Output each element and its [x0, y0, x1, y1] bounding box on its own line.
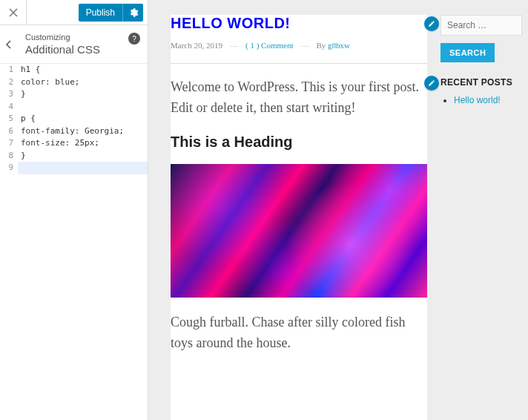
meta-separator: —: [230, 41, 238, 50]
post-paragraph: Cough furball. Chase after silly colored…: [171, 312, 427, 354]
section-header: Customizing Additional CSS ?: [0, 25, 148, 64]
editor-line: 3}: [0, 88, 148, 101]
help-button[interactable]: ?: [128, 33, 140, 45]
back-button[interactable]: [0, 33, 19, 56]
post-image: [171, 164, 427, 298]
editor-line: 1h1 {: [0, 64, 148, 76]
section-supertitle: Customizing: [25, 33, 137, 42]
preview-sidebar: SEARCH RECENT POSTS Hello world!: [440, 15, 522, 420]
list-item: Hello world!: [454, 95, 522, 105]
author-link[interactable]: g8bxw: [328, 41, 350, 50]
css-editor[interactable]: 1h1 {2color: blue;3}45p {6font-family: G…: [0, 64, 148, 420]
customizer-panel: Publish Customizing Additional CSS ? 1h1…: [0, 0, 148, 420]
close-icon: [9, 8, 18, 17]
gear-icon: [128, 7, 139, 18]
meta-separator: —: [300, 41, 308, 50]
close-button[interactable]: [0, 0, 27, 25]
post-subheading: This is a Heading: [171, 134, 427, 151]
panel-topbar: Publish: [0, 0, 148, 25]
post-date: March 20, 2019: [171, 41, 222, 50]
editor-line: 9: [0, 162, 148, 174]
post-meta: March 20, 2019 — ( 1 ) Comment — By g8bx…: [171, 41, 427, 50]
post-paragraph: Welcome to WordPress. This is your first…: [171, 77, 427, 119]
editor-line: 4: [0, 101, 148, 114]
post-title: HELLO WORLD!: [171, 15, 427, 32]
recent-posts-list: Hello world!: [440, 95, 522, 105]
edit-shortcut-recent[interactable]: [424, 76, 439, 91]
by-label: By: [316, 41, 326, 50]
comments-link[interactable]: ( 1 ) Comment: [245, 41, 293, 50]
recent-post-link[interactable]: Hello world!: [454, 95, 501, 105]
pencil-icon: [428, 20, 435, 27]
chevron-left-icon: [4, 40, 13, 49]
preview-pane: HELLO WORLD! March 20, 2019 — ( 1 ) Comm…: [148, 0, 528, 420]
pencil-icon: [428, 79, 435, 87]
post-content: HELLO WORLD! March 20, 2019 — ( 1 ) Comm…: [171, 15, 427, 420]
editor-line: 2color: blue;: [0, 76, 148, 89]
publish-button[interactable]: Publish: [79, 4, 122, 22]
section-title: Additional CSS: [25, 43, 137, 56]
search-input[interactable]: [440, 15, 522, 36]
widget-title-recent: RECENT POSTS: [440, 77, 522, 88]
settings-button[interactable]: [122, 4, 143, 22]
edit-shortcut-search[interactable]: [424, 16, 439, 31]
editor-line: 6font-family: Georgia;: [0, 125, 148, 138]
editor-line: 7font-size: 25px;: [0, 137, 148, 150]
editor-line: 5p {: [0, 113, 148, 125]
search-button[interactable]: SEARCH: [440, 43, 495, 62]
divider: [171, 63, 427, 64]
editor-line: 8}: [0, 150, 148, 163]
